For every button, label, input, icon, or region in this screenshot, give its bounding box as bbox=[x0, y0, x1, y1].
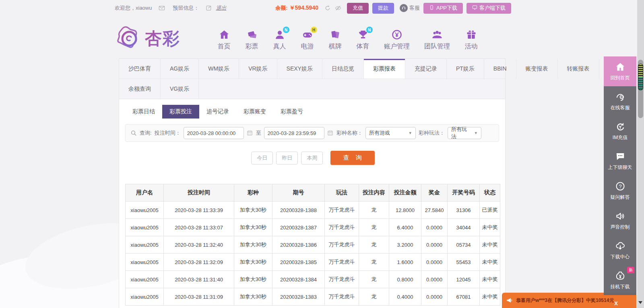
chevron-down-icon: ▼ bbox=[474, 131, 478, 135]
data-cell: 1.6000 bbox=[389, 254, 421, 271]
logout-link[interactable]: 退出 bbox=[216, 4, 226, 12]
nav-label: 真人 bbox=[273, 42, 286, 51]
tab-彩票报表[interactable]: 彩票报表 bbox=[364, 59, 405, 79]
sb-im-icon bbox=[615, 121, 625, 132]
app-download-button[interactable]: APP下载 bbox=[423, 3, 463, 14]
nav-label: 首页 bbox=[218, 42, 231, 51]
data-cell: 2020-03-28 11:32:09 bbox=[164, 254, 234, 271]
search-submit-button[interactable]: 查 询 bbox=[330, 151, 375, 165]
sidebar-item-疑问解答[interactable]: ? 疑问解答 bbox=[604, 176, 636, 206]
nav-item-home[interactable]: 首页 bbox=[210, 27, 238, 51]
data-cell: 加拿大30秒 bbox=[234, 288, 272, 306]
envelope-icon[interactable] bbox=[158, 4, 165, 12]
tab-BBIN[interactable]: BBIN bbox=[484, 59, 516, 79]
nav-item-trophy[interactable]: 体育N bbox=[349, 27, 377, 51]
edit-icon[interactable] bbox=[205, 4, 213, 12]
chevron-down-icon: ▼ bbox=[409, 131, 412, 135]
nav-item-gift[interactable]: 活动 bbox=[457, 27, 485, 51]
nav-label: 体育 bbox=[357, 42, 369, 51]
recharge-button[interactable]: 充值 bbox=[347, 3, 369, 14]
calendar-icon-2[interactable] bbox=[327, 130, 334, 136]
refresh-balance-icon[interactable] bbox=[324, 4, 331, 12]
data-cell: 20200328-1383 bbox=[272, 288, 325, 306]
tab-沙巴体育[interactable]: 沙巴体育 bbox=[119, 59, 161, 79]
data-cell: 加拿大30秒 bbox=[234, 236, 272, 254]
nav-item-gamepad[interactable]: 电游H bbox=[293, 27, 321, 51]
nav-label: 账户管理 bbox=[384, 42, 410, 51]
data-cell: 34044 bbox=[448, 219, 480, 236]
subtab-彩票账变[interactable]: 彩票账变 bbox=[236, 105, 273, 119]
scrollbar-track[interactable] bbox=[637, 0, 644, 308]
play-select[interactable]: 所有玩法▼ bbox=[448, 127, 481, 139]
report-tabs: 沙巴体育AG娱乐WM娱乐VR娱乐SEXY娱乐日结总览彩票报表充提记录PT娱乐BB… bbox=[119, 59, 505, 99]
data-cell: xiaowu2005 bbox=[126, 236, 164, 254]
nav-item-coin[interactable]: 账户管理 bbox=[377, 27, 417, 51]
floating-sidebar: 回到首页24 在线客服 IM充值 上下级聊天? 疑问解答 声音控制 下载中心 挂… bbox=[604, 56, 636, 295]
sidebar-item-挂机下载[interactable]: 挂机下载新 bbox=[604, 265, 636, 295]
tab-账变报表[interactable]: 账变报表 bbox=[516, 59, 558, 79]
hide-balance-icon[interactable] bbox=[334, 4, 342, 12]
sidebar-item-在线客服[interactable]: 24 在线客服 bbox=[604, 86, 636, 116]
site-logo[interactable]: 杏彩 bbox=[117, 26, 180, 51]
column-header: 期号 bbox=[272, 184, 325, 202]
tab-SEXY娱乐[interactable]: SEXY娱乐 bbox=[277, 59, 322, 79]
subtab-追号记录[interactable]: 追号记录 bbox=[199, 105, 236, 119]
tab-充提记录[interactable]: 充提记录 bbox=[405, 59, 447, 79]
notification-close-button[interactable]: X bbox=[614, 300, 618, 306]
sidebar-item-上下级聊天[interactable]: 上下级聊天 bbox=[604, 146, 636, 176]
withdraw-button[interactable]: 提款 bbox=[372, 3, 394, 14]
quick-filter-button[interactable]: 本周 bbox=[301, 152, 323, 164]
tab-日结总览[interactable]: 日结总览 bbox=[322, 59, 364, 79]
nav-item-tickets[interactable]: 彩票 bbox=[238, 27, 266, 51]
tab-VG娱乐[interactable]: VG娱乐 bbox=[161, 79, 199, 99]
sidebar-item-声音控制[interactable]: 声音控制 bbox=[604, 206, 636, 235]
tab-WM娱乐[interactable]: WM娱乐 bbox=[199, 59, 239, 79]
sidebar-item-label: 挂机下载 bbox=[611, 283, 630, 290]
data-cell: 2020-03-28 11:31:09 bbox=[164, 288, 234, 306]
subtab-彩票日结[interactable]: 彩票日结 bbox=[125, 105, 162, 119]
tab-AG娱乐[interactable]: AG娱乐 bbox=[161, 59, 199, 79]
data-cell: 20200328-1388 bbox=[272, 202, 325, 219]
nav-item-team[interactable]: 团队管理 bbox=[417, 27, 457, 51]
client-download-button[interactable]: 客户端下载 bbox=[466, 3, 511, 14]
data-cell: 20200328-1385 bbox=[272, 254, 325, 271]
customer-service-link[interactable]: 客服 bbox=[400, 4, 420, 12]
new-badge: 新 bbox=[627, 267, 634, 273]
subtab-彩票盈亏[interactable]: 彩票盈亏 bbox=[273, 105, 310, 119]
cards-icon bbox=[330, 29, 341, 40]
header: 杏彩 首页 彩票 真人N 电游H 棋牌 体育N 账户管理 团队管理 活动 bbox=[117, 20, 485, 57]
quick-filter-row: 今日昨日本周 查 询 bbox=[119, 151, 505, 165]
data-cell: 0.8000 bbox=[389, 271, 421, 288]
game-select[interactable]: 所有游戏▼ bbox=[365, 127, 416, 139]
calendar-icon[interactable] bbox=[247, 130, 253, 136]
quick-filter-button[interactable]: 今日 bbox=[251, 152, 273, 164]
status-cell: 未中奖 bbox=[480, 254, 500, 271]
nav-item-cards[interactable]: 棋牌 bbox=[321, 27, 349, 51]
logo-text: 杏彩 bbox=[145, 27, 180, 50]
sidebar-item-IM充值[interactable]: IM充值 bbox=[604, 116, 636, 146]
quick-filter-button[interactable]: 昨日 bbox=[276, 152, 298, 164]
welcome-text: 欢迎您，xiaowu bbox=[115, 4, 152, 12]
svg-text:24: 24 bbox=[620, 96, 623, 98]
sidebar-item-下载中心[interactable]: 下载中心 bbox=[604, 235, 636, 265]
data-cell: 2020-03-28 11:32:40 bbox=[164, 236, 234, 254]
column-header: 玩法 bbox=[325, 184, 359, 202]
nav-item-person[interactable]: 真人N bbox=[266, 27, 293, 51]
tab-PT娱乐[interactable]: PT娱乐 bbox=[447, 59, 484, 79]
data-cell: 27.5840 bbox=[421, 202, 448, 219]
tab-余额查询[interactable]: 余额查询 bbox=[119, 79, 161, 99]
tab-转账报表[interactable]: 转账报表 bbox=[558, 59, 599, 79]
time-from-input[interactable] bbox=[184, 127, 244, 139]
tab-VR娱乐[interactable]: VR娱乐 bbox=[239, 59, 277, 79]
topbar: 欢迎您，xiaowu 预留信息： 退出 余额: ￥594.5940 充值 提款 … bbox=[115, 0, 511, 16]
data-cell: 龙 bbox=[359, 219, 389, 236]
data-cell: 万千龙虎斗 bbox=[325, 219, 359, 236]
data-cell: 20200328-1384 bbox=[272, 271, 325, 288]
subtab-彩票投注[interactable]: 彩票投注 bbox=[162, 105, 199, 119]
sub-tabs: 彩票日结彩票投注追号记录彩票账变彩票盈亏 bbox=[125, 105, 505, 119]
gift-icon bbox=[466, 29, 477, 40]
column-header: 状态 bbox=[480, 184, 500, 202]
scroll-down-caret[interactable] bbox=[638, 301, 642, 304]
time-to-input[interactable] bbox=[264, 127, 324, 139]
sidebar-item-回到首页[interactable]: 回到首页 bbox=[604, 56, 636, 86]
